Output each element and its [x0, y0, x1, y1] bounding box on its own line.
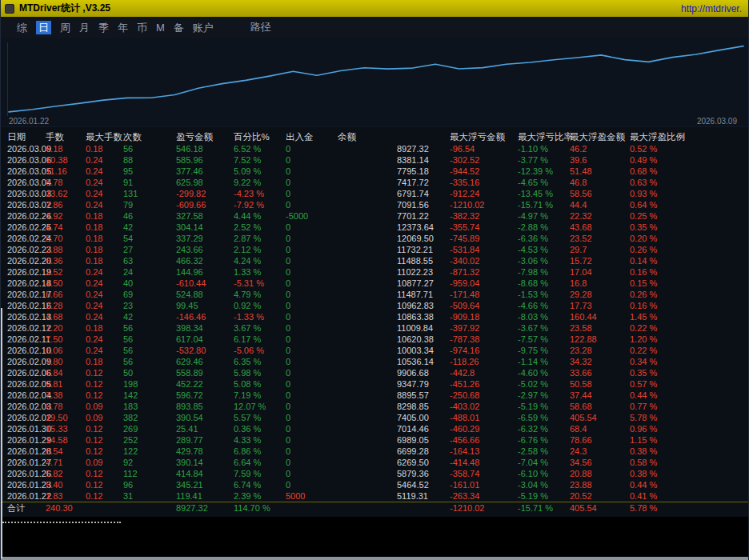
menu-item-5[interactable]: 季 [98, 21, 109, 34]
cell: -15.71 % [517, 502, 569, 514]
cell: 0 [285, 289, 337, 300]
cell: 10877.27 [337, 278, 449, 289]
col-header-2[interactable]: 手数 [45, 130, 85, 143]
menu-item-4[interactable]: 月 [79, 21, 90, 34]
menu-item-2[interactable]: 日 [36, 21, 51, 34]
col-header-9[interactable]: 最大浮亏金额 [449, 130, 517, 143]
menu-item-9[interactable]: 备 [174, 21, 184, 34]
cell: 2.39 % [233, 490, 285, 502]
cell: -787.38 [449, 334, 517, 345]
cell: 0 [285, 300, 337, 311]
cell: 625.98 [175, 177, 233, 188]
col-header-12[interactable]: 最大浮盈比例 [629, 130, 749, 143]
cell: 7795.18 [337, 166, 449, 177]
cell: 4.79 % [233, 289, 285, 300]
col-header-1[interactable]: 日期 [1, 130, 45, 143]
menu-item-path[interactable]: 路径 [250, 20, 271, 34]
cell: 10962.83 [337, 300, 449, 311]
cell: 0.24 [85, 154, 122, 166]
cell: 0.24 [85, 199, 122, 210]
menu-item-7[interactable]: 币 [137, 21, 147, 34]
cell: 0.26 % [629, 289, 749, 300]
cell: 4.68 [45, 311, 85, 322]
cell: -302.52 [449, 154, 517, 166]
cell: 0.44 % [629, 479, 749, 490]
cell: -414.48 [449, 457, 517, 468]
cell: 33.66 [569, 367, 629, 378]
cell: 2026.03.09 [1, 143, 45, 154]
window-bottom-edge [1, 517, 748, 560]
table-row: 2026.02.106.060.2456-532.80-5.06 %010003… [1, 345, 749, 356]
col-header-6[interactable]: 百分比% [233, 130, 285, 143]
cell: 0 [285, 255, 337, 266]
cell: 0.64 % [629, 199, 749, 210]
cell: 6.06 [45, 345, 85, 356]
cell: 0 [285, 457, 337, 468]
cell: 5.09 % [233, 166, 285, 177]
cell: 0 [285, 378, 337, 390]
table-row: 2026.01.235.400.1296345.216.74 %05464.52… [1, 479, 749, 490]
cell: 50.58 [569, 378, 629, 390]
title-bar[interactable]: MTDriver统计 ,V3.25 http://mtdriver. [1, 0, 748, 17]
cell: -6.10 % [517, 468, 569, 479]
cell: 0.24 [85, 311, 122, 322]
menu-item-8[interactable]: M [156, 21, 165, 34]
window-left-edge-highlight [1, 308, 2, 558]
cell: 0.12 [85, 390, 122, 401]
cell: 1.83 [45, 490, 85, 502]
col-header-4[interactable]: 次数 [122, 130, 175, 143]
col-header-8[interactable]: 余额 [337, 130, 449, 143]
cell: 0.38 % [629, 446, 749, 457]
cell: 0.24 [85, 177, 122, 188]
cell: 43.68 [569, 222, 629, 233]
cell: 0.44 % [629, 390, 749, 401]
cell: 2026.01.27 [1, 457, 45, 468]
cell: -1.33 % [233, 311, 285, 322]
cell: 25.41 [175, 423, 233, 434]
cell: 11022.23 [337, 266, 449, 278]
cell: -3.06 % [517, 255, 569, 266]
menu-item-6[interactable]: 年 [118, 21, 128, 34]
cell: 7091.56 [337, 199, 449, 210]
menu-item-10[interactable]: 账户 [193, 21, 214, 34]
cell: 68.4 [569, 423, 629, 434]
cell: 24.3 [569, 446, 629, 457]
table-row: 2026.02.176.660.2469524.884.79 %011487.7… [1, 289, 749, 300]
menu-item-3[interactable]: 周 [60, 21, 70, 34]
app-icon [5, 4, 14, 14]
cell: 34.32 [569, 356, 629, 367]
cell: 7.20 [45, 322, 85, 334]
col-header-3[interactable]: 最大手数 [85, 130, 122, 143]
menu-item-1[interactable]: 综 [17, 21, 27, 34]
cell: 131 [122, 188, 175, 199]
col-header-11[interactable]: 最大浮盈金额 [569, 130, 629, 143]
cell: 2026.02.02 [1, 412, 45, 423]
cell: 10536.14 [337, 356, 449, 367]
cell: 9.78 [45, 177, 85, 188]
cell: 0 [285, 166, 337, 177]
website-link[interactable]: http://mtdriver. [681, 3, 742, 14]
cell: -250.68 [449, 390, 517, 401]
cell: 56 [122, 345, 175, 356]
total-row: 合计240.308927.32114.70 %-1210.02-15.71 %4… [1, 502, 749, 514]
cell: 390.14 [175, 457, 233, 468]
cell: 合计 [1, 502, 45, 514]
cell: 34.56 [569, 457, 629, 468]
cell: -335.16 [449, 177, 517, 188]
col-header-10[interactable]: 最大浮亏比率 [517, 130, 569, 143]
cell: -944.52 [449, 166, 517, 177]
table-row: 2026.01.286.540.12122429.786.86 %06699.2… [1, 446, 749, 457]
table-row: 2026.01.274.710.0992390.146.64 %06269.50… [1, 457, 749, 468]
cell: -3.67 % [517, 322, 569, 334]
table-row: 2026.03.096.180.1856546.186.52 %08927.32… [1, 143, 749, 154]
col-header-7[interactable]: 出入金 [285, 130, 337, 143]
cell: 23.58 [569, 322, 629, 334]
col-header-5[interactable]: 盈亏金额 [175, 130, 233, 143]
cell: 4.24 % [233, 255, 285, 266]
cell: 2026.02.24 [1, 233, 45, 244]
cell: -488.01 [449, 412, 517, 423]
cell: 0 [285, 345, 337, 356]
cell: 617.04 [175, 334, 233, 345]
table-row: 2026.03.0511.160.2495377.465.09 %07795.1… [1, 166, 749, 177]
cell: 0.18 [85, 233, 122, 244]
